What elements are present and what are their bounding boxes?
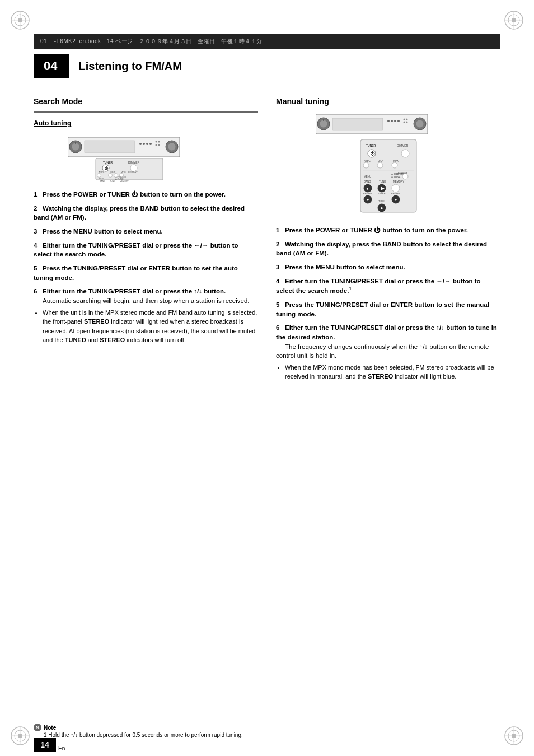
chapter-header: 04 Listening to FM/AM [34,54,500,78]
svg-point-62 [394,120,396,122]
step-2-left: 2 Watching the display, press the BAND b… [34,204,258,222]
step-4-left: 4 Either turn the TUNING/PRESET dial or … [34,241,258,259]
svg-text:DIMMER: DIMMER [397,144,409,147]
note-title-text: Note [44,725,56,731]
svg-text:DIMMER: DIMMER [128,161,140,164]
svg-text:ENTER: ENTER [378,192,386,195]
header-bar: 01_F-F6MK2_en.book 14 ページ ２００９年４月３日 金曜日 … [34,34,500,49]
bullets-left: When the unit is in the MPX stereo mode … [43,308,258,345]
chapter-title: Listening to FM/AM [67,54,500,78]
section-title-manual: Manual tuning [276,97,500,106]
svg-text:PRESET: PRESET [391,192,401,195]
svg-point-95 [392,184,400,192]
corner-decoration-bl [10,726,30,746]
svg-point-57 [320,120,327,128]
svg-text:●: ● [366,197,369,202]
step-5-right: 5 Press the TUNING/PRESET dial or ENTER … [276,300,500,319]
corner-decoration-tr [504,10,524,30]
svg-point-27 [146,143,148,145]
svg-point-22 [72,143,79,151]
svg-point-31 [155,144,157,146]
note-label: N Note [34,724,500,731]
svg-text:MENU: MENU [99,177,105,180]
step-1-left: 1 Press the POWER or TUNER ⏻ button to t… [34,190,258,199]
svg-text:TUNE: TUNE [379,180,386,183]
svg-text:MENU: MENU [364,175,371,178]
chapter-number: 04 [34,59,67,73]
step-3-left: 3 Press the MENU button to select menu. [34,227,258,236]
bullet-item-left-1: When the unit is in the MPX stereo mode … [43,308,258,345]
svg-point-81 [392,162,397,168]
bullet-item-right-1: When the MPX mono mode has been selected… [285,363,500,381]
step-4-right: 4 Either turn the TUNING/PRESET dial or … [276,277,500,296]
svg-point-65 [406,119,407,120]
svg-text:▶: ▶ [380,185,384,191]
svg-text:●: ● [366,186,368,190]
svg-text:⏻: ⏻ [104,166,108,170]
bullets-right: When the MPX mono mode has been selected… [285,363,500,381]
svg-text:⏻: ⏻ [370,151,375,156]
svg-point-87 [402,174,408,179]
svg-text:TUNE: TUNE [110,180,115,182]
svg-text:●: ● [394,197,397,202]
content-area: Search Mode Auto tuning [34,87,500,711]
svg-rect-59 [332,118,383,130]
svg-text:BAND: BAND [100,180,105,182]
note-icon: N [34,724,41,731]
svg-text:DISPLAY: DISPLAY [128,171,138,174]
svg-point-63 [397,120,400,122]
svg-rect-24 [85,141,135,153]
step-2-right: 2 Watching the display, press the BAND b… [276,240,500,258]
section-divider-left [34,111,258,113]
tuner-device-svg-right: TUNER DIMMER ⏻ A/B/C D/E/F MPX DISPLAY [316,111,461,218]
svg-point-80 [377,162,383,168]
svg-text:●: ● [380,206,383,211]
svg-point-60 [387,120,390,122]
corner-decoration-br [504,726,524,746]
svg-point-51 [114,174,118,178]
svg-point-26 [143,143,145,145]
svg-text:A.TUNE: A.TUNE [391,176,401,179]
svg-point-45 [108,174,112,178]
svg-text:BAND: BAND [364,180,371,183]
svg-point-34 [168,143,176,151]
step-6-left: 6 Either turn the TUNING/PRESET dial or … [34,287,258,344]
svg-point-69 [416,120,424,128]
section-title-search: Search Mode [34,97,258,106]
step-6-right: 6 Either turn the TUNING/PRESET dial or … [276,323,500,381]
two-column-layout: Search Mode Auto tuning [34,87,500,386]
tuner-device-svg-left: TUNER DIMMER ⏻ A/B/C D/E/F MPX DISPLAY [68,132,224,182]
svg-point-61 [391,120,393,122]
step-5-left: 5 Press the TUNING/PRESET dial or ENTER … [34,264,258,282]
svg-text:MPX: MPX [393,160,399,162]
svg-point-79 [363,162,369,168]
svg-point-25 [139,143,142,145]
page-lang: En [58,745,65,752]
svg-point-64 [403,119,405,120]
svg-text:PRESET: PRESET [363,192,373,195]
header-bar-text: 01_F-F6MK2_en.book 14 ページ ２００９年４月３日 金曜日 … [40,38,263,45]
device-image-right: TUNER DIMMER ⏻ A/B/C D/E/F MPX DISPLAY [276,111,500,218]
step-1-right: 1 Press the POWER or TUNER ⏻ button to t… [276,226,500,235]
corner-decoration-tl [10,10,30,30]
step-3-right: 3 Press the MENU button to select menu. [276,263,500,272]
svg-text:TUNER: TUNER [366,144,376,147]
svg-point-32 [158,144,160,146]
left-column: Search Mode Auto tuning [34,87,258,386]
svg-point-29 [155,141,157,143]
svg-point-30 [158,141,160,143]
svg-text:TUNE: TUNE [378,200,385,203]
svg-point-28 [149,143,152,145]
svg-point-66 [403,122,405,123]
note-section: N Note 1 Hold the ↑/↓ button depressed f… [34,720,500,739]
svg-text:D/E/F: D/E/F [378,160,385,162]
note-footnote: 1 Hold the ↑/↓ button depressed for 0.5 … [44,731,500,739]
svg-text:MEMORY: MEMORY [120,180,129,182]
svg-text:TUNER: TUNER [103,161,113,164]
device-image-left: TUNER DIMMER ⏻ A/B/C D/E/F MPX DISPLAY [34,132,258,182]
sub-section-auto-tuning: Auto tuning [34,119,258,127]
svg-point-67 [406,122,407,123]
svg-text:A/B/C: A/B/C [364,160,371,162]
right-column: Manual tuning [276,87,500,386]
page-number: 14 [34,738,56,752]
